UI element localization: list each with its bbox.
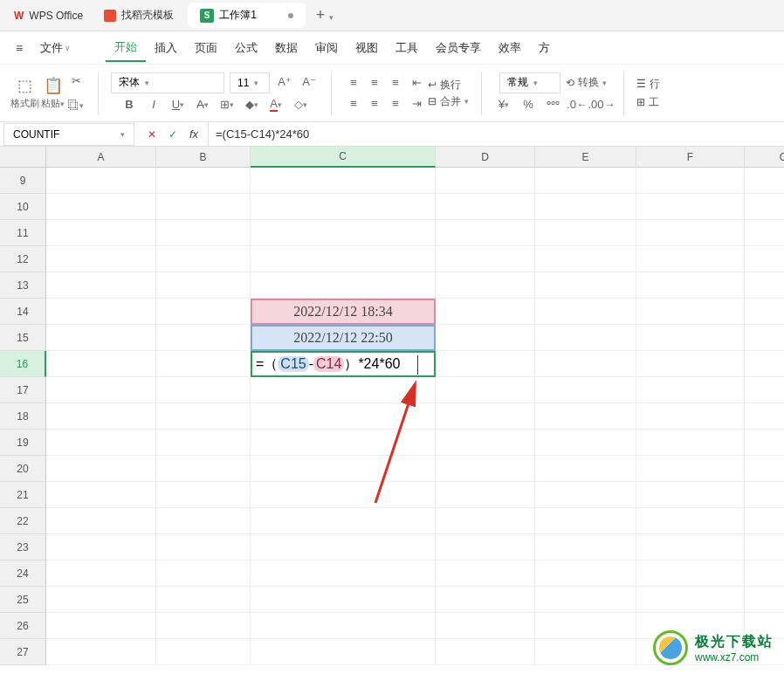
cell-F24[interactable] [636, 561, 745, 587]
underline-icon[interactable]: U▾ [168, 95, 188, 114]
formula-input[interactable]: =(C15-C14)*24*60 [208, 123, 784, 146]
cell-E19[interactable] [535, 430, 636, 456]
font-size-select[interactable]: 11▾ [230, 72, 270, 93]
cell-B17[interactable] [156, 377, 251, 403]
cell-C15[interactable]: 2022/12/12 22:50 [251, 325, 436, 351]
cut-icon[interactable]: ✂ [66, 72, 86, 91]
currency-icon[interactable]: ¥▾ [494, 95, 513, 114]
cell-F20[interactable] [636, 456, 745, 482]
row-header-14[interactable]: 14 [0, 299, 46, 325]
cell-D14[interactable] [436, 299, 535, 325]
cell-C17[interactable] [251, 377, 436, 403]
cell-C21[interactable] [251, 482, 436, 508]
cell-G20[interactable] [745, 456, 784, 482]
font-color-icon[interactable]: A▾ [266, 95, 285, 114]
cell-E14[interactable] [535, 299, 636, 325]
cell-B13[interactable] [156, 272, 251, 299]
cell-G25[interactable] [745, 587, 784, 613]
wrap-text-button[interactable]: ↩换行 [428, 78, 469, 93]
cell-G11[interactable] [745, 220, 784, 246]
select-all-corner[interactable] [0, 147, 46, 168]
cell-A27[interactable] [46, 639, 156, 665]
increase-font-icon[interactable]: A⁺ [275, 72, 294, 92]
cell-G18[interactable] [745, 403, 784, 430]
cell-C25[interactable] [251, 587, 436, 613]
menu-more[interactable]: 方 [530, 35, 559, 61]
align-middle-icon[interactable]: ≡ [365, 73, 384, 93]
menu-review[interactable]: 审阅 [306, 35, 347, 61]
cell-E11[interactable] [535, 220, 636, 246]
cell-A19[interactable] [46, 430, 156, 456]
cell-A9[interactable] [46, 168, 156, 194]
cell-A16[interactable] [46, 351, 156, 377]
cell-G17[interactable] [745, 377, 784, 403]
cell-F23[interactable] [636, 534, 745, 561]
cell-C26[interactable] [251, 613, 436, 639]
cell-E24[interactable] [535, 561, 636, 587]
cell-E23[interactable] [535, 534, 636, 561]
cell-B19[interactable] [156, 430, 251, 456]
decrease-decimal-icon[interactable]: .0← [567, 95, 587, 114]
indent-right-icon[interactable]: ⇥ [407, 94, 426, 113]
cell-G24[interactable] [745, 561, 784, 587]
paste-label[interactable]: 粘贴▾ [41, 97, 65, 110]
col-header-C[interactable]: C [251, 147, 436, 168]
cell-D12[interactable] [436, 246, 535, 272]
cell-C12[interactable] [251, 246, 436, 272]
app-tab-template[interactable]: 找稻壳模板 [93, 3, 184, 28]
decrease-font-icon[interactable]: A⁻ [299, 72, 319, 92]
comma-icon[interactable]: ᵒᵒᵒ [543, 95, 562, 114]
cell-A17[interactable] [46, 377, 156, 403]
cell-F10[interactable] [636, 194, 745, 220]
bold-icon[interactable]: B [120, 95, 139, 114]
cell-C11[interactable] [251, 220, 436, 246]
menu-efficiency[interactable]: 效率 [490, 35, 530, 61]
row-header-15[interactable]: 15 [0, 325, 46, 351]
row-header-27[interactable]: 27 [0, 639, 46, 665]
cell-B26[interactable] [156, 613, 251, 639]
cell-C20[interactable] [251, 456, 436, 482]
name-box[interactable]: COUNTIF ▾ [3, 123, 134, 146]
cell-C23[interactable] [251, 534, 436, 561]
row-header-17[interactable]: 17 [0, 377, 46, 403]
row-header-20[interactable]: 20 [0, 456, 46, 482]
cell-D22[interactable] [436, 508, 535, 534]
row-header-11[interactable]: 11 [0, 220, 46, 246]
menu-file[interactable]: 文件∨ [31, 35, 79, 61]
convert-button[interactable]: ⟲转换▾ [566, 72, 607, 93]
cancel-formula-button[interactable]: ✕ [143, 126, 161, 143]
cell-A11[interactable] [46, 220, 156, 246]
cell-D23[interactable] [436, 534, 535, 561]
cell-D16[interactable] [436, 351, 535, 377]
row-header-12[interactable]: 12 [0, 246, 46, 272]
cell-C14[interactable]: 2022/12/12 18:34 [251, 299, 436, 325]
indent-left-icon[interactable]: ⇤ [407, 73, 426, 93]
col-header-E[interactable]: E [535, 147, 636, 168]
cell-D11[interactable] [436, 220, 535, 246]
cell-C27[interactable] [251, 639, 436, 665]
cell-E20[interactable] [535, 456, 636, 482]
cell-E13[interactable] [535, 272, 636, 299]
cell-B27[interactable] [156, 639, 251, 665]
cell-A20[interactable] [46, 456, 156, 482]
cell-D21[interactable] [436, 482, 535, 508]
cell-B24[interactable] [156, 561, 251, 587]
cell-F14[interactable] [636, 299, 745, 325]
cell-E17[interactable] [535, 377, 636, 403]
align-right-icon[interactable]: ≡ [386, 94, 405, 113]
align-bottom-icon[interactable]: ≡ [386, 73, 405, 93]
document-tab[interactable]: S 工作簿1 [188, 3, 306, 28]
align-top-icon[interactable]: ≡ [344, 73, 363, 93]
cell-G10[interactable] [745, 194, 784, 220]
number-format-select[interactable]: 常规▾ [499, 72, 560, 93]
cell-C22[interactable] [251, 508, 436, 534]
cell-E27[interactable] [535, 639, 636, 665]
fx-button[interactable]: fx [185, 126, 203, 143]
cell-F18[interactable] [636, 403, 745, 430]
cell-G19[interactable] [745, 430, 784, 456]
cell-A23[interactable] [46, 534, 156, 561]
cell-E15[interactable] [535, 325, 636, 351]
copy-icon[interactable]: ⿻▾ [66, 96, 86, 115]
cell-B9[interactable] [156, 168, 251, 194]
fill-color-icon[interactable]: ◆▾ [242, 95, 261, 114]
